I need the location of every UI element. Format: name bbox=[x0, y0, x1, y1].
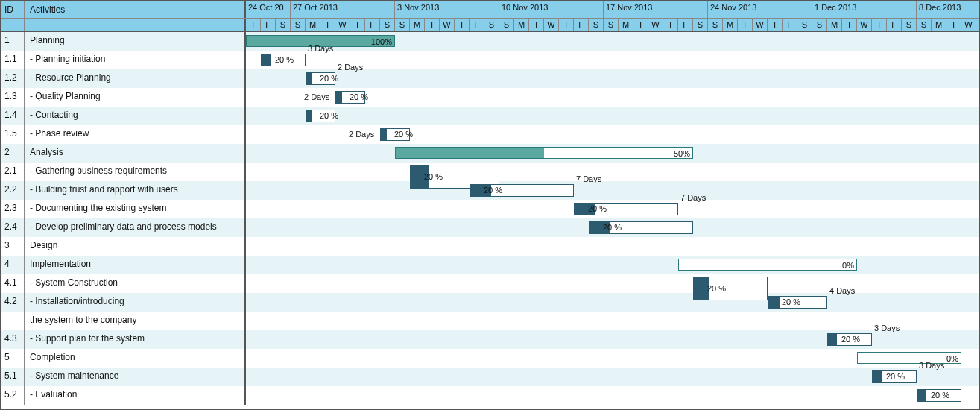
summary-bar[interactable]: 0% bbox=[857, 352, 961, 364]
row-activity: - Develop preliminary data and process m… bbox=[25, 218, 246, 237]
day-cell: M bbox=[306, 19, 320, 31]
day-cell: F bbox=[678, 19, 693, 31]
task-duration-label: 7 Days bbox=[680, 193, 706, 202]
row-id: 1.4 bbox=[1, 107, 25, 125]
task-bar[interactable]: 20 % bbox=[380, 128, 410, 141]
summary-bar[interactable]: 50% bbox=[395, 147, 693, 159]
row-id: 4.3 bbox=[1, 330, 25, 349]
row-id: 2.3 bbox=[1, 200, 25, 218]
summary-progress-label: 50% bbox=[674, 148, 690, 160]
header-id: ID bbox=[1, 1, 25, 18]
task-progress-label: 20 % bbox=[931, 390, 949, 401]
row-id: 1 bbox=[1, 32, 25, 51]
task-bar[interactable]: 20 % bbox=[306, 72, 335, 85]
row-activity: Planning bbox=[25, 32, 246, 51]
summary-bar[interactable]: 0% bbox=[678, 259, 857, 271]
task-duration-label: 4 Days bbox=[829, 286, 855, 295]
row-chart-area bbox=[246, 312, 979, 330]
task-progress-label: 20 % bbox=[603, 222, 622, 233]
task-progress-fill bbox=[828, 334, 837, 345]
day-cell: F bbox=[887, 19, 902, 31]
row-chart-area: 20 %7 Days bbox=[246, 181, 979, 200]
task-bar[interactable]: 20 % bbox=[470, 184, 574, 197]
task-bar[interactable]: 20 % bbox=[768, 296, 827, 309]
day-cell: T bbox=[350, 19, 365, 31]
task-bar[interactable]: 20 % bbox=[574, 203, 678, 215]
row-activity: - Installation/introducing bbox=[25, 293, 246, 312]
gantt-row: 5.2 - Evaluation20 % bbox=[1, 386, 979, 405]
header-act-spacer bbox=[25, 19, 246, 31]
task-progress-label: 20 % bbox=[841, 334, 860, 345]
row-chart-area: 20 %2 Days bbox=[246, 125, 979, 144]
gantt-row: 3Design bbox=[1, 237, 979, 256]
task-duration-label: 2 Days bbox=[338, 63, 363, 72]
date-group: 27 Oct 2013 bbox=[291, 1, 395, 18]
day-cell: S bbox=[291, 19, 306, 31]
summary-progress-label: 100% bbox=[371, 36, 392, 48]
gantt-row: 2.3 - Documenting the existing system20 … bbox=[1, 200, 979, 218]
row-chart-area: 100% bbox=[246, 32, 979, 51]
row-id: 5 bbox=[1, 349, 25, 368]
task-bar[interactable]: 20 % bbox=[872, 370, 917, 383]
day-cell: T bbox=[559, 19, 574, 31]
row-chart-area: 20 % bbox=[246, 218, 979, 237]
task-bar[interactable]: 20 % bbox=[917, 389, 961, 402]
day-cell: T bbox=[738, 19, 753, 31]
gantt-header-days: TFSSMTWTFSSMTWTFSSMTWTFSSMTWTFSSMTWTFSSM… bbox=[1, 19, 979, 32]
task-progress-fill bbox=[306, 110, 312, 122]
row-id: 1.2 bbox=[1, 69, 25, 88]
day-cell: T bbox=[946, 19, 961, 31]
day-cell: W bbox=[753, 19, 768, 31]
row-activity: the system to the company bbox=[25, 312, 246, 330]
row-activity: - System Construction bbox=[25, 274, 246, 293]
day-cell: S bbox=[797, 19, 812, 31]
task-progress-label: 20 % bbox=[275, 54, 294, 66]
header-id-spacer bbox=[1, 19, 25, 31]
task-bar[interactable]: 20 % bbox=[589, 221, 693, 234]
day-cell: S bbox=[589, 19, 604, 31]
row-id: 5.2 bbox=[1, 386, 25, 405]
day-cell: T bbox=[529, 19, 544, 31]
task-duration-label: 7 Days bbox=[576, 174, 601, 183]
row-id: 2.4 bbox=[1, 218, 25, 237]
task-progress-label: 20 % bbox=[886, 371, 905, 382]
gantt-row: 2.1 - Gathering business requirements20 … bbox=[1, 163, 979, 181]
day-cell: S bbox=[708, 19, 723, 31]
day-cell: M bbox=[619, 19, 633, 31]
task-bar[interactable]: 20 % bbox=[306, 110, 335, 122]
gantt-row: 1.4 - Contacting20 % bbox=[1, 107, 979, 125]
task-progress-label: 20 % bbox=[588, 204, 607, 215]
row-activity: - Phase review bbox=[25, 125, 246, 144]
row-id: 4.1 bbox=[1, 274, 25, 293]
task-bar[interactable]: 20 % bbox=[827, 333, 872, 346]
task-bar[interactable]: 20 % bbox=[261, 54, 306, 66]
gantt-row: 1Planning100% bbox=[1, 32, 979, 51]
day-cell: S bbox=[484, 19, 499, 31]
gantt-row: 1.1 - Planning initiation20 %3 Days bbox=[1, 51, 979, 69]
day-cell: S bbox=[902, 19, 917, 31]
row-activity: - Support plan for the system bbox=[25, 330, 246, 349]
summary-progress-label: 0% bbox=[946, 353, 958, 365]
day-cell: W bbox=[544, 19, 559, 31]
row-activity: - Resource Planning bbox=[25, 69, 246, 88]
day-cell: S bbox=[499, 19, 514, 31]
row-chart-area: 20 %7 Days bbox=[246, 200, 979, 218]
row-id: 2 bbox=[1, 144, 25, 163]
date-group: 1 Dec 2013 bbox=[812, 1, 917, 18]
task-progress-label: 20 % bbox=[484, 185, 502, 196]
task-progress-fill bbox=[768, 297, 780, 308]
gantt-row: 4Implementation0% bbox=[1, 256, 979, 274]
day-cell: S bbox=[276, 19, 291, 31]
day-cell: W bbox=[961, 19, 976, 31]
day-cell: S bbox=[812, 19, 827, 31]
row-activity: - Quality Planning bbox=[25, 88, 246, 107]
row-chart-area: 20 % bbox=[246, 274, 979, 293]
task-bar[interactable]: 20 % bbox=[335, 91, 365, 104]
row-id: 4.2 bbox=[1, 293, 25, 312]
day-cell: S bbox=[693, 19, 708, 31]
day-cell: S bbox=[917, 19, 932, 31]
gantt-row: 1.2 - Resource Planning20 %2 Days bbox=[1, 69, 979, 88]
task-progress-label: 20 % bbox=[394, 129, 413, 140]
gantt-row: 5.1 - System maintenance20 %3 Days bbox=[1, 368, 979, 386]
date-group: 10 Nov 2013 bbox=[499, 1, 604, 18]
